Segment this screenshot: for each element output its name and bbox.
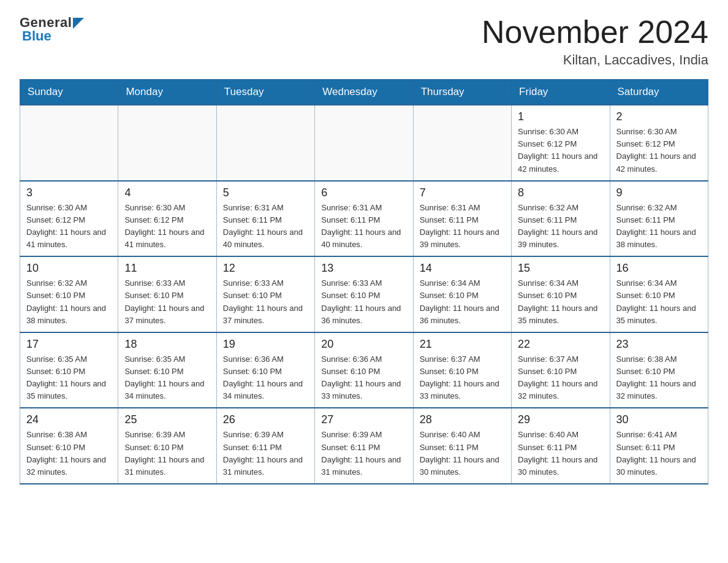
day-info: Sunrise: 6:39 AM Sunset: 6:10 PM Dayligh…	[124, 429, 210, 478]
table-row: 5Sunrise: 6:31 AM Sunset: 6:11 PM Daylig…	[216, 181, 314, 257]
day-number: 30	[616, 413, 702, 426]
table-row: 20Sunrise: 6:36 AM Sunset: 6:10 PM Dayli…	[315, 332, 413, 408]
table-row: 12Sunrise: 6:33 AM Sunset: 6:10 PM Dayli…	[216, 256, 314, 332]
logo-blue-text: Blue	[22, 28, 51, 44]
day-number: 26	[223, 413, 308, 426]
day-number: 12	[223, 262, 308, 275]
table-row	[20, 105, 118, 181]
day-info: Sunrise: 6:38 AM Sunset: 6:10 PM Dayligh…	[26, 429, 112, 478]
day-info: Sunrise: 6:31 AM Sunset: 6:11 PM Dayligh…	[223, 202, 308, 251]
table-row: 2Sunrise: 6:30 AM Sunset: 6:12 PM Daylig…	[610, 105, 708, 181]
table-row: 4Sunrise: 6:30 AM Sunset: 6:12 PM Daylig…	[118, 181, 216, 257]
day-info: Sunrise: 6:35 AM Sunset: 6:10 PM Dayligh…	[124, 353, 210, 403]
day-number: 29	[518, 413, 603, 426]
day-number: 16	[616, 262, 702, 275]
day-info: Sunrise: 6:33 AM Sunset: 6:10 PM Dayligh…	[223, 277, 308, 327]
day-info: Sunrise: 6:34 AM Sunset: 6:10 PM Dayligh…	[420, 277, 505, 327]
day-info: Sunrise: 6:33 AM Sunset: 6:10 PM Dayligh…	[124, 277, 210, 327]
col-tuesday: Tuesday	[216, 80, 314, 105]
day-info: Sunrise: 6:30 AM Sunset: 6:12 PM Dayligh…	[26, 202, 112, 251]
day-info: Sunrise: 6:32 AM Sunset: 6:11 PM Dayligh…	[518, 202, 603, 251]
logo-arrow-icon	[73, 18, 84, 29]
col-friday: Friday	[512, 80, 610, 105]
table-row: 11Sunrise: 6:33 AM Sunset: 6:10 PM Dayli…	[118, 256, 216, 332]
table-row: 16Sunrise: 6:34 AM Sunset: 6:10 PM Dayli…	[610, 256, 708, 332]
day-info: Sunrise: 6:35 AM Sunset: 6:10 PM Dayligh…	[26, 353, 112, 403]
day-number: 3	[26, 186, 112, 199]
table-row: 6Sunrise: 6:31 AM Sunset: 6:11 PM Daylig…	[315, 181, 413, 257]
table-row: 19Sunrise: 6:36 AM Sunset: 6:10 PM Dayli…	[216, 332, 314, 408]
day-number: 6	[321, 186, 406, 199]
day-info: Sunrise: 6:39 AM Sunset: 6:11 PM Dayligh…	[321, 429, 406, 478]
day-number: 13	[321, 262, 406, 275]
day-info: Sunrise: 6:31 AM Sunset: 6:11 PM Dayligh…	[321, 202, 406, 251]
day-info: Sunrise: 6:32 AM Sunset: 6:10 PM Dayligh…	[26, 277, 112, 327]
table-row: 26Sunrise: 6:39 AM Sunset: 6:11 PM Dayli…	[216, 408, 314, 484]
day-info: Sunrise: 6:41 AM Sunset: 6:11 PM Dayligh…	[616, 429, 702, 478]
table-row: 22Sunrise: 6:37 AM Sunset: 6:10 PM Dayli…	[512, 332, 610, 408]
day-number: 19	[223, 338, 308, 351]
table-row: 15Sunrise: 6:34 AM Sunset: 6:10 PM Dayli…	[512, 256, 610, 332]
table-row: 18Sunrise: 6:35 AM Sunset: 6:10 PM Dayli…	[118, 332, 216, 408]
table-row: 3Sunrise: 6:30 AM Sunset: 6:12 PM Daylig…	[20, 181, 118, 257]
day-number: 1	[518, 110, 603, 123]
day-info: Sunrise: 6:30 AM Sunset: 6:12 PM Dayligh…	[518, 126, 603, 175]
table-row	[315, 105, 413, 181]
col-thursday: Thursday	[413, 80, 511, 105]
day-number: 18	[124, 338, 210, 351]
table-row: 25Sunrise: 6:39 AM Sunset: 6:10 PM Dayli…	[118, 408, 216, 484]
col-wednesday: Wednesday	[315, 80, 413, 105]
day-number: 11	[124, 262, 210, 275]
calendar-title: November 2024	[482, 15, 708, 50]
day-number: 22	[518, 338, 603, 351]
calendar-week-row: 24Sunrise: 6:38 AM Sunset: 6:10 PM Dayli…	[20, 408, 708, 484]
table-row: 27Sunrise: 6:39 AM Sunset: 6:11 PM Dayli…	[315, 408, 413, 484]
calendar-week-row: 17Sunrise: 6:35 AM Sunset: 6:10 PM Dayli…	[20, 332, 708, 408]
day-info: Sunrise: 6:37 AM Sunset: 6:10 PM Dayligh…	[518, 353, 603, 403]
day-number: 7	[420, 186, 505, 199]
day-info: Sunrise: 6:36 AM Sunset: 6:10 PM Dayligh…	[223, 353, 308, 403]
day-number: 4	[124, 186, 210, 199]
day-number: 27	[321, 413, 406, 426]
day-info: Sunrise: 6:32 AM Sunset: 6:11 PM Dayligh…	[616, 202, 702, 251]
day-number: 2	[616, 110, 702, 123]
day-info: Sunrise: 6:30 AM Sunset: 6:12 PM Dayligh…	[616, 126, 702, 175]
svg-marker-0	[73, 18, 84, 29]
table-row: 28Sunrise: 6:40 AM Sunset: 6:11 PM Dayli…	[413, 408, 511, 484]
day-number: 14	[420, 262, 505, 275]
table-row	[413, 105, 511, 181]
day-info: Sunrise: 6:31 AM Sunset: 6:11 PM Dayligh…	[420, 202, 505, 251]
table-row: 21Sunrise: 6:37 AM Sunset: 6:10 PM Dayli…	[413, 332, 511, 408]
table-row: 10Sunrise: 6:32 AM Sunset: 6:10 PM Dayli…	[20, 256, 118, 332]
table-row: 13Sunrise: 6:33 AM Sunset: 6:10 PM Dayli…	[315, 256, 413, 332]
day-info: Sunrise: 6:34 AM Sunset: 6:10 PM Dayligh…	[616, 277, 702, 327]
day-number: 9	[616, 186, 702, 199]
day-info: Sunrise: 6:40 AM Sunset: 6:11 PM Dayligh…	[518, 429, 603, 478]
day-info: Sunrise: 6:39 AM Sunset: 6:11 PM Dayligh…	[223, 429, 308, 478]
calendar-week-row: 1Sunrise: 6:30 AM Sunset: 6:12 PM Daylig…	[20, 105, 708, 181]
table-row: 24Sunrise: 6:38 AM Sunset: 6:10 PM Dayli…	[20, 408, 118, 484]
day-info: Sunrise: 6:38 AM Sunset: 6:10 PM Dayligh…	[616, 353, 702, 403]
day-number: 5	[223, 186, 308, 199]
table-row: 14Sunrise: 6:34 AM Sunset: 6:10 PM Dayli…	[413, 256, 511, 332]
day-info: Sunrise: 6:37 AM Sunset: 6:10 PM Dayligh…	[420, 353, 505, 403]
day-info: Sunrise: 6:40 AM Sunset: 6:11 PM Dayligh…	[420, 429, 505, 478]
table-row: 1Sunrise: 6:30 AM Sunset: 6:12 PM Daylig…	[512, 105, 610, 181]
logo: General Blue	[20, 15, 84, 44]
day-info: Sunrise: 6:36 AM Sunset: 6:10 PM Dayligh…	[321, 353, 406, 403]
day-number: 17	[26, 338, 112, 351]
day-number: 28	[420, 413, 505, 426]
day-info: Sunrise: 6:30 AM Sunset: 6:12 PM Dayligh…	[124, 202, 210, 251]
col-sunday: Sunday	[20, 80, 118, 105]
day-number: 20	[321, 338, 406, 351]
calendar-week-row: 10Sunrise: 6:32 AM Sunset: 6:10 PM Dayli…	[20, 256, 708, 332]
table-row	[216, 105, 314, 181]
table-row: 8Sunrise: 6:32 AM Sunset: 6:11 PM Daylig…	[512, 181, 610, 257]
table-row: 30Sunrise: 6:41 AM Sunset: 6:11 PM Dayli…	[610, 408, 708, 484]
page-header: General Blue November 2024 Kiltan, Lacca…	[20, 15, 708, 68]
col-monday: Monday	[118, 80, 216, 105]
calendar-table: Sunday Monday Tuesday Wednesday Thursday…	[20, 79, 708, 484]
table-row: 17Sunrise: 6:35 AM Sunset: 6:10 PM Dayli…	[20, 332, 118, 408]
day-number: 24	[26, 413, 112, 426]
calendar-subtitle: Kiltan, Laccadives, India	[482, 52, 708, 68]
